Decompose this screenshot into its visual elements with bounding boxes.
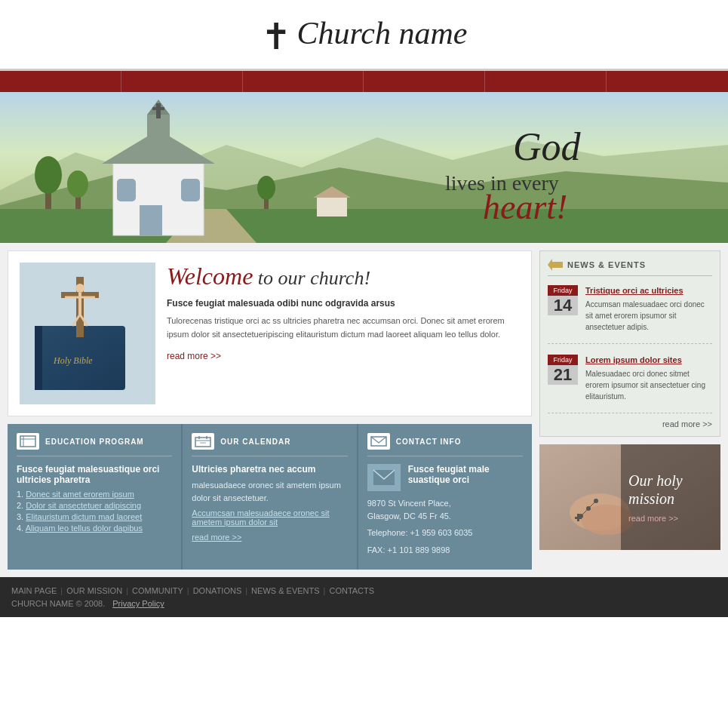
svg-rect-9 (156, 103, 161, 118)
svg-rect-26 (35, 326, 42, 390)
footer-nav: MAIN PAGE | OUR MISSION | COMMUNITY | DO… (11, 586, 717, 595)
footer-sep-4: | (245, 586, 247, 595)
svg-rect-7 (147, 115, 170, 152)
footer-nav-donations[interactable]: DONATIONS (193, 586, 242, 595)
news-day-num-2: 21 (548, 365, 578, 385)
footer-nav-news-events[interactable]: NEWS & EVENTS (251, 586, 319, 595)
svg-rect-20 (317, 198, 347, 217)
sidebar: NEWS & EVENTS Friday 14 Tristique orci a… (539, 250, 720, 570)
news-events-title: NEWS & EVENTS (567, 260, 646, 269)
svg-point-17 (67, 170, 88, 198)
hero-banner: God lives in every heart! (0, 92, 728, 243)
footer-sep-2: | (126, 586, 128, 595)
calendar-body: malesuadaece oronec sit ametem ipsum dol… (192, 479, 347, 504)
calendar-header: OUR CALENDAR (192, 433, 347, 456)
svg-point-30 (75, 284, 84, 293)
news-events-panel: NEWS & EVENTS Friday 14 Tristique orci a… (539, 250, 720, 437)
svg-text:God: God (513, 125, 582, 168)
nav-contacts[interactable] (607, 71, 728, 92)
news-day-label-2: Friday (548, 355, 578, 365)
education-icon (17, 433, 39, 450)
svg-text:Holy Bible: Holy Bible (53, 355, 93, 366)
sidebar-read-more[interactable]: read more >> (548, 419, 712, 429)
news-content-1: Tristique orci ac ultricies Accumsan mal… (585, 285, 712, 333)
news-item-1: Friday 14 Tristique orci ac ultricies Ac… (548, 285, 712, 344)
nav-main-page[interactable] (0, 71, 121, 92)
news-title-2[interactable]: Lorem ipsum dolor sites (585, 355, 682, 364)
calendar-title: OUR CALENDAR (220, 438, 290, 446)
calendar-content: Ultricies pharetra nec accum malesuadaec… (192, 464, 347, 542)
edu-link-3: 3. Elitauristum dictum mad laoreet (17, 512, 172, 521)
svg-rect-38 (195, 438, 210, 447)
main-content: Holy Bible Welcome to our church! F (0, 243, 728, 577)
welcome-text: Welcome to our church! Fusce feugiat mal… (167, 263, 520, 404)
nav-donations[interactable] (364, 71, 485, 92)
footer-nav-our-mission[interactable]: OUR MISSION (66, 586, 122, 595)
svg-rect-55 (575, 517, 582, 519)
contact-content: Fusce feugiat male suastique orci 9870 S… (367, 464, 523, 556)
mission-title: Our holy mission (628, 472, 683, 508)
news-title-1[interactable]: Tristique orci ac ultricies (585, 286, 683, 295)
footer-copyright: CHURCH NAME © 2008. (11, 599, 105, 608)
news-body-2: Malesuadaec orci donec sitmet erorem ips… (585, 368, 712, 402)
site-title: ✝Church name (0, 15, 728, 57)
education-title: EDUCATION PROGRAM (45, 438, 144, 446)
welcome-subtitle: Fusce feugiat malesuada odibi nunc odgra… (167, 298, 520, 309)
calendar-read-more[interactable]: read more >> (192, 533, 347, 542)
hero-illustration: God lives in every heart! (0, 92, 728, 243)
footer-nav-contacts[interactable]: CONTACTS (329, 586, 374, 595)
nav-community[interactable] (243, 71, 364, 92)
news-date-2: Friday 21 (548, 355, 578, 402)
footer-privacy-link[interactable]: Privacy Policy (112, 599, 164, 608)
svg-point-15 (35, 156, 62, 194)
svg-rect-13 (181, 179, 200, 201)
footer-nav-community[interactable]: COMMUNITY (132, 586, 183, 595)
edu-link-4: 4. Aliquam leo tellus dolor dapibus (17, 524, 172, 533)
nav-news-events[interactable] (485, 71, 607, 92)
contact-header: CONTACT INFO (367, 433, 523, 456)
edu-link-1: 1. Donec sit amet erorem ipsum (17, 490, 172, 499)
contact-fax: FAX: +1 101 889 9898 (367, 544, 523, 557)
svg-point-19 (257, 176, 275, 200)
news-body-1: Accumsan malesuadaec orci donec sit amet… (585, 299, 712, 333)
news-day-num-1: 14 (548, 296, 578, 315)
bottom-boxes: EDUCATION PROGRAM Fusce feugiat malesuas… (8, 424, 532, 570)
news-content-2: Lorem ipsum dolor sites Malesuadaec orci… (585, 355, 712, 402)
cross-icon: ✝ (261, 17, 291, 57)
welcome-read-more[interactable]: read more >> (167, 351, 221, 361)
welcome-rest: to our church! (253, 267, 370, 289)
footer-sep-3: | (187, 586, 189, 595)
news-item-2: Friday 21 Lorem ipsum dolor sites Malesu… (548, 355, 712, 413)
education-links: 1. Donec sit amet erorem ipsum 2. Dolor … (17, 490, 172, 533)
education-box: EDUCATION PROGRAM Fusce feugiat malesuas… (8, 424, 183, 570)
contact-envelope-icon (367, 464, 401, 491)
mission-text-overlay: Our holy mission read more >> (621, 444, 720, 550)
footer: MAIN PAGE | OUR MISSION | COMMUNITY | DO… (0, 577, 728, 617)
svg-rect-12 (117, 179, 136, 201)
welcome-highlight: Welcome (167, 263, 253, 290)
education-heading: Fusce feugiat malesuastique orci ultrici… (17, 464, 172, 485)
mission-read-more[interactable]: read more >> (628, 514, 678, 523)
welcome-image: Holy Bible (20, 263, 155, 404)
footer-sep-5: | (324, 586, 326, 595)
svg-marker-45 (548, 259, 552, 271)
left-content: Holy Bible Welcome to our church! F (8, 250, 532, 570)
education-header: EDUCATION PROGRAM (17, 433, 172, 456)
contact-telephone: Telephone: +1 959 603 6035 (367, 527, 523, 539)
news-icon (548, 259, 563, 271)
welcome-body: Tulorecenas tristique orci ac ss ultrici… (167, 315, 520, 341)
calendar-icon (192, 433, 214, 450)
svg-rect-10 (152, 107, 164, 110)
news-events-header: NEWS & EVENTS (548, 259, 712, 276)
contact-heading: Fusce feugiat male suastique orci (408, 464, 523, 485)
news-day-label-1: Friday (548, 285, 578, 296)
svg-rect-11 (140, 205, 162, 235)
education-content: Fusce feugiat malesuastique orci ultrici… (17, 464, 172, 533)
footer-nav-main-page[interactable]: MAIN PAGE (11, 586, 57, 595)
contact-icon (367, 433, 390, 450)
svg-text:heart!: heart! (483, 188, 567, 226)
nav-our-mission[interactable] (121, 71, 243, 92)
svg-rect-3 (0, 209, 728, 243)
calendar-link[interactable]: Accumcsan malesuadaece oronec sit ametem… (192, 508, 329, 527)
footer-bottom: CHURCH NAME © 2008. Privacy Policy (11, 599, 717, 608)
